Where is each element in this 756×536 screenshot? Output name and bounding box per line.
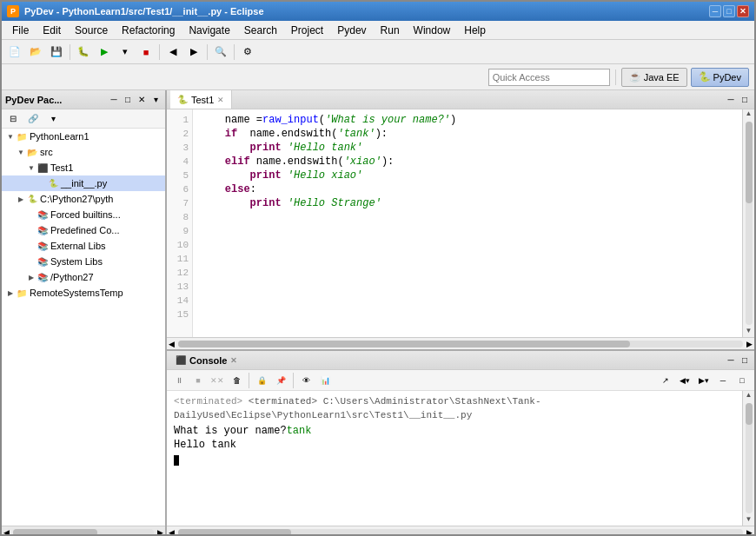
console-btn-1[interactable]: ⏸: [170, 373, 188, 388]
menu-window[interactable]: Window: [407, 21, 458, 39]
console-min-btn[interactable]: ─: [725, 354, 737, 367]
eh-thumb[interactable]: [178, 341, 630, 347]
toolbar-new[interactable]: 📄: [5, 43, 24, 62]
console-btn-pin[interactable]: 📌: [272, 373, 289, 388]
sv-down[interactable]: ▼: [744, 327, 754, 337]
panel-maximize-btn[interactable]: □: [122, 94, 134, 106]
editor-min-btn[interactable]: ─: [725, 94, 737, 106]
sv-track[interactable]: [746, 122, 753, 325]
tree-item-python27-dir[interactable]: ▶ 📚 /Python27: [2, 269, 165, 285]
console-open-btn[interactable]: ↗: [657, 373, 674, 388]
toolbar-next[interactable]: ▶: [184, 43, 203, 62]
code-editor[interactable]: name =raw_input('What is your name?') if…: [193, 109, 742, 337]
menu-edit[interactable]: Edit: [36, 21, 68, 39]
toolbar-run[interactable]: ▶: [95, 43, 114, 62]
tree-item-predefined[interactable]: 📚 Predefined Co...: [2, 222, 165, 238]
editor-scrollbar-v[interactable]: ▲ ▼: [742, 109, 754, 337]
console-btn-stop2[interactable]: ✕✕: [209, 373, 226, 388]
tree-menu-btn[interactable]: ▾: [43, 109, 63, 129]
menu-file[interactable]: File: [5, 21, 36, 39]
panel-minimize-btn[interactable]: ─: [108, 94, 120, 106]
menu-run[interactable]: Run: [374, 21, 407, 39]
scroll-right-btn[interactable]: ▶: [156, 528, 165, 537]
pydev-perspective-button[interactable]: 🐍 PyDev: [691, 68, 749, 87]
menu-refactoring[interactable]: Refactoring: [115, 21, 182, 39]
toolbar-open[interactable]: 📂: [26, 43, 45, 62]
menu-pydev[interactable]: Pydev: [330, 21, 373, 39]
console-max-btn[interactable]: □: [739, 354, 751, 367]
expand-arrow-python27[interactable]: ▶: [16, 194, 26, 204]
quick-access-input[interactable]: [488, 69, 610, 86]
console-btn-view[interactable]: 👁: [297, 373, 315, 388]
sv-up[interactable]: ▲: [744, 109, 754, 120]
tree-item-system-libs[interactable]: 📚 System Libs: [2, 254, 165, 269]
tree-item-external-libs[interactable]: 📚 External Libs: [2, 238, 165, 254]
scroll-left-btn[interactable]: ◀: [2, 528, 11, 537]
ch-thumb[interactable]: [178, 529, 291, 536]
expand-arrow-python27dir[interactable]: ▶: [26, 272, 36, 282]
editor-scrollbar-h[interactable]: ◀ ▶: [167, 337, 754, 349]
tree-item-python27[interactable]: ▶ 🐍 C:\Python27\pyth: [2, 191, 165, 207]
expand-arrow-src[interactable]: ▼: [16, 147, 26, 157]
menu-project[interactable]: Project: [284, 21, 330, 39]
console-scrollbar-v[interactable]: ▲ ▼: [742, 391, 754, 526]
h-scroll-thumb[interactable]: [13, 529, 97, 536]
menu-navigate[interactable]: Navigate: [182, 21, 236, 39]
console-arrow-right[interactable]: ▶▾: [695, 373, 713, 388]
csv-up[interactable]: ▲: [744, 391, 754, 401]
toolbar-run-dropdown[interactable]: ▾: [116, 43, 135, 62]
expand-arrow-remote[interactable]: ▶: [5, 288, 16, 298]
tree-item-remote-systems[interactable]: ▶ 📁 RemoteSystemsTemp: [2, 285, 165, 301]
tree-item-forced-builtins[interactable]: 📚 Forced builtins...: [2, 207, 165, 222]
maximize-button[interactable]: □: [723, 5, 735, 17]
console-tab[interactable]: ⬛ Console ✕: [170, 355, 242, 366]
tree-item-init-py[interactable]: 🐍 __init__.py: [2, 175, 165, 191]
console-arrow-left[interactable]: ◀▾: [676, 373, 693, 388]
editor-max-btn[interactable]: □: [739, 94, 751, 106]
csv-down[interactable]: ▼: [744, 515, 754, 526]
minimize-button[interactable]: ─: [709, 5, 721, 17]
panel-menu-btn[interactable]: ▾: [149, 94, 162, 106]
java-ee-perspective-button[interactable]: ☕ Java EE: [621, 68, 687, 87]
console-scrollbar-h[interactable]: ◀ ▶: [167, 526, 754, 536]
close-button[interactable]: ✕: [737, 5, 749, 17]
console-tab-close[interactable]: ✕: [230, 356, 237, 365]
toolbar-debug[interactable]: 🐛: [74, 43, 93, 62]
toolbar-stop[interactable]: ■: [136, 43, 156, 62]
toolbar-prev[interactable]: ◀: [163, 43, 182, 62]
eh-scroll-right[interactable]: ▶: [745, 340, 754, 348]
editor-tab-init[interactable]: 🐍 Test1 ✕: [170, 90, 232, 109]
menu-help[interactable]: Help: [457, 21, 493, 39]
ch-scroll-right[interactable]: ▶: [745, 528, 754, 537]
panel-close-btn[interactable]: ✕: [136, 94, 148, 106]
expand-arrow-pythonlearn1[interactable]: ▼: [5, 131, 16, 142]
collapse-all-btn[interactable]: ⊟: [3, 109, 23, 129]
expand-arrow-test1[interactable]: ▼: [26, 162, 36, 173]
console-btn-stop[interactable]: ■: [189, 373, 207, 388]
editor-tab-close[interactable]: ✕: [217, 96, 224, 104]
console-max-btn2[interactable]: □: [733, 373, 751, 388]
console-btn-view2[interactable]: 📊: [316, 373, 334, 388]
menu-search[interactable]: Search: [237, 21, 284, 39]
tree-item-src[interactable]: ▼ 📂 src: [2, 144, 165, 160]
sv-thumb[interactable]: [746, 122, 753, 203]
console-output-area[interactable]: <terminated> <terminated> C:\Users\Admin…: [167, 391, 742, 526]
console-btn-scroll-lock[interactable]: 🔒: [253, 373, 270, 388]
eh-track[interactable]: [178, 341, 743, 347]
tree-item-pythonlearn1[interactable]: ▼ 📁 PythonLearn1: [2, 129, 165, 144]
console-btn-clear[interactable]: 🗑: [228, 373, 245, 388]
toolbar-search[interactable]: 🔍: [211, 43, 230, 62]
csv-thumb[interactable]: [746, 403, 753, 425]
tree-item-test1[interactable]: ▼ ⬛ Test1: [2, 160, 165, 175]
eh-scroll-left[interactable]: ◀: [167, 340, 176, 348]
csv-track[interactable]: [746, 403, 753, 513]
toolbar-save[interactable]: 💾: [47, 43, 66, 62]
link-editor-btn[interactable]: 🔗: [23, 109, 43, 129]
h-scroll-track[interactable]: [13, 529, 154, 536]
menu-source[interactable]: Source: [68, 21, 115, 39]
left-scrollbar-h[interactable]: ◀ ▶: [2, 526, 165, 536]
toolbar-misc1[interactable]: ⚙: [238, 43, 257, 62]
package-tree[interactable]: ▼ 📁 PythonLearn1 ▼ 📂 src ▼ ⬛ Test1: [2, 129, 165, 526]
ch-track[interactable]: [178, 529, 743, 536]
console-min-btn2[interactable]: ─: [714, 373, 732, 388]
